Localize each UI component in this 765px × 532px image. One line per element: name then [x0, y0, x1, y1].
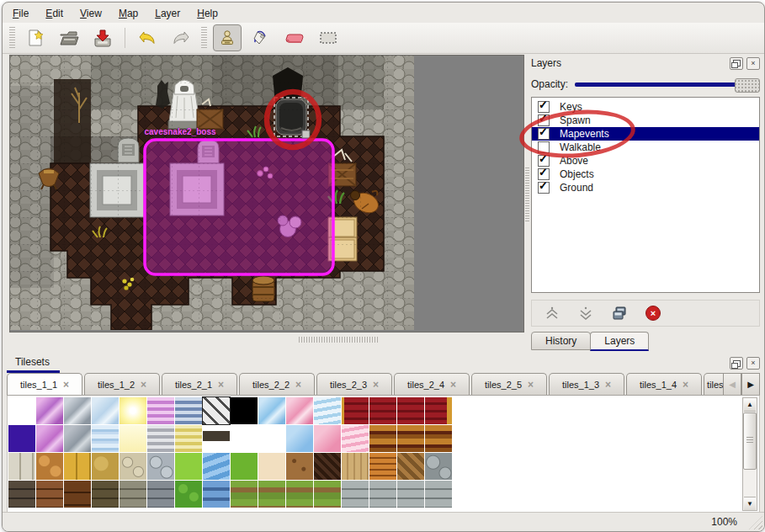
duplicate-layer-button[interactable]	[609, 304, 630, 322]
map-canvas[interactable]: cavesnake2_boss	[10, 56, 414, 332]
layer-visibility-checkbox[interactable]: ✓	[538, 168, 550, 180]
layer-row[interactable]: ✓ Keys	[532, 100, 759, 114]
tile[interactable]	[231, 425, 258, 452]
layer-row[interactable]: ✓ Ground	[532, 181, 759, 194]
layer-visibility-checkbox[interactable]: ✓	[538, 128, 550, 140]
tile[interactable]	[342, 425, 369, 452]
undo-button[interactable]	[133, 24, 162, 51]
tile[interactable]	[203, 481, 230, 508]
open-button[interactable]	[55, 24, 83, 51]
tile[interactable]	[231, 481, 258, 508]
tile[interactable]	[425, 425, 452, 452]
tile[interactable]	[397, 453, 424, 480]
tile[interactable]	[231, 453, 258, 480]
tab-close-icon[interactable]: ×	[63, 380, 69, 390]
tileset-tab[interactable]: tiles_2_3 ×	[316, 373, 392, 395]
tile[interactable]	[258, 481, 285, 508]
tile[interactable]	[64, 481, 91, 508]
tabs-scroll-left-button[interactable]: ◀	[723, 373, 741, 396]
tile[interactable]	[425, 397, 452, 424]
toolbar-grip[interactable]	[9, 27, 15, 49]
tile[interactable]	[203, 425, 230, 452]
menu-item[interactable]: Edit	[45, 8, 63, 19]
tile[interactable]	[92, 481, 119, 508]
tile[interactable]	[120, 425, 146, 452]
tile[interactable]	[397, 481, 424, 508]
layer-row[interactable]: Walkable	[532, 141, 759, 154]
select-tool-button[interactable]	[314, 24, 343, 51]
scroll-down-button[interactable]: ▼	[744, 497, 756, 510]
layer-visibility-checkbox[interactable]	[538, 141, 550, 153]
tile[interactable]	[8, 425, 35, 452]
dock-tab[interactable]: Layers	[590, 332, 649, 351]
tile[interactable]	[36, 425, 63, 452]
tile-palette[interactable]	[8, 397, 452, 508]
tile[interactable]	[203, 397, 230, 424]
dock-tab[interactable]: History	[531, 332, 591, 350]
tab-close-icon[interactable]: ×	[295, 380, 301, 390]
tile[interactable]	[369, 397, 396, 424]
tile[interactable]	[92, 397, 119, 424]
opacity-slider[interactable]	[575, 77, 760, 91]
tile[interactable]	[397, 425, 424, 452]
eraser-tool-button[interactable]	[280, 24, 309, 51]
tab-close-icon[interactable]: ×	[218, 380, 224, 390]
tile[interactable]	[92, 453, 119, 480]
tabs-scroll-right-button[interactable]: ▶	[741, 373, 760, 396]
save-button[interactable]	[88, 24, 117, 51]
layer-visibility-checkbox[interactable]: ✓	[538, 182, 550, 194]
opacity-slider-handle[interactable]	[735, 78, 760, 93]
tile[interactable]	[120, 481, 146, 508]
tileset-tab[interactable]: tiles_2_4 ×	[394, 373, 470, 395]
opacity-slider-track[interactable]	[575, 82, 757, 87]
tileset-tab[interactable]: tiles_1_4 ×	[626, 373, 702, 395]
float-panel-button[interactable]	[730, 357, 743, 370]
map-viewport[interactable]: cavesnake2_boss	[9, 55, 524, 332]
layer-move-down-button[interactable]	[576, 304, 596, 322]
tile[interactable]	[342, 453, 369, 480]
tile[interactable]	[258, 425, 285, 452]
layer-visibility-checkbox[interactable]: ✓	[538, 114, 550, 126]
tile[interactable]	[425, 453, 452, 480]
tile[interactable]	[342, 481, 369, 508]
tile[interactable]	[64, 453, 91, 480]
tile[interactable]	[36, 397, 63, 424]
tile[interactable]	[36, 481, 63, 508]
tile[interactable]	[314, 397, 341, 424]
tile[interactable]	[175, 453, 202, 480]
menu-item[interactable]: View	[80, 8, 102, 19]
menu-item[interactable]: Map	[119, 8, 138, 19]
tile[interactable]	[175, 397, 202, 424]
fill-tool-button[interactable]	[247, 24, 275, 51]
layer-visibility-checkbox[interactable]: ✓	[538, 155, 550, 167]
layer-row[interactable]: ✓ Above	[532, 154, 759, 168]
layer-move-up-button[interactable]	[542, 304, 562, 322]
tile[interactable]	[147, 453, 174, 480]
tile[interactable]	[425, 481, 452, 508]
tab-close-icon[interactable]: ×	[605, 380, 611, 390]
menu-item[interactable]: File	[13, 8, 29, 19]
menu-item[interactable]: Layer	[155, 8, 180, 19]
tile[interactable]	[64, 425, 91, 452]
tileset-tab[interactable]: tiles_2_5 ×	[471, 373, 547, 395]
horizontal-splitter[interactable]	[299, 337, 380, 343]
tab-close-icon[interactable]: ×	[528, 380, 534, 390]
tile[interactable]	[286, 481, 313, 508]
tilesets-panel-title[interactable]: Tilesets	[7, 354, 60, 373]
layer-list[interactable]: ✓ Keys ✓ Spawn ✓ Mapevents Walkable ✓ Ab…	[531, 97, 760, 293]
tile[interactable]	[314, 481, 341, 508]
tile[interactable]	[397, 397, 424, 424]
door-selection-handle[interactable]	[302, 130, 310, 138]
tile[interactable]	[369, 453, 396, 480]
tile[interactable]	[92, 425, 119, 452]
tile[interactable]	[120, 397, 146, 424]
vertical-splitter[interactable]	[525, 168, 529, 221]
layer-row[interactable]: ✓ Spawn	[532, 114, 759, 127]
tileset-tab[interactable]: tiles_1_2 ×	[84, 373, 160, 395]
new-file-button[interactable]	[21, 24, 50, 51]
tile[interactable]	[314, 453, 341, 480]
layer-row[interactable]: ✓ Objects	[532, 168, 759, 181]
tile[interactable]	[64, 397, 91, 424]
resize-grip[interactable]	[749, 516, 762, 529]
layer-row[interactable]: ✓ Mapevents	[532, 127, 759, 141]
